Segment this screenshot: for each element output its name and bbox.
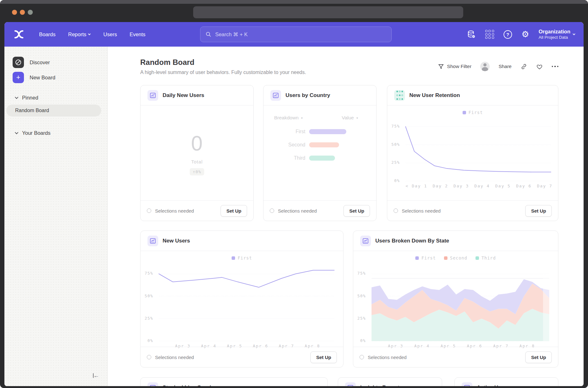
y-axis-labels: 0%25%50%75% bbox=[141, 265, 157, 341]
address-bar[interactable] bbox=[193, 6, 463, 18]
nav-item-events[interactable]: Events bbox=[130, 31, 145, 37]
share-button[interactable]: Share bbox=[499, 64, 511, 69]
more-options-icon[interactable] bbox=[552, 66, 559, 67]
window-minimize-button[interactable] bbox=[20, 10, 25, 15]
value-dropdown[interactable]: Value ▾ bbox=[342, 115, 358, 121]
window-zoom-button[interactable] bbox=[28, 10, 33, 15]
nav-item-reports[interactable]: Reports bbox=[68, 31, 91, 37]
status-label: Selections needed bbox=[368, 355, 406, 360]
y-tick-label: 0% bbox=[147, 338, 153, 343]
caret-down-icon: ▾ bbox=[356, 116, 358, 120]
card-footer: Selections needed Set Up bbox=[387, 200, 558, 221]
y-tick-label: 0% bbox=[360, 338, 366, 343]
sidebar-collapse-button[interactable]: ← bbox=[93, 373, 99, 379]
y-tick-label: 25% bbox=[357, 316, 366, 321]
status-circle-icon bbox=[394, 208, 398, 213]
card-new-user-retention: New User Retention First 0%25%50%75% < D… bbox=[387, 85, 558, 221]
settings-gear-icon[interactable]: ⚙ bbox=[522, 30, 529, 39]
legend-item: First bbox=[463, 110, 483, 115]
sidebar-item-random-board[interactable]: Random Board bbox=[6, 105, 101, 117]
legend-swatch bbox=[476, 256, 479, 260]
set-up-button[interactable]: Set Up bbox=[221, 205, 247, 217]
nav-item-users[interactable]: Users bbox=[103, 31, 117, 37]
link-icon[interactable] bbox=[521, 63, 527, 70]
heart-icon[interactable] bbox=[536, 63, 543, 70]
mixpanel-logo[interactable] bbox=[14, 30, 24, 39]
country-bar-row: Third bbox=[263, 155, 376, 161]
x-tick-label: Day 3 bbox=[453, 184, 469, 188]
filter-funnel-icon bbox=[438, 64, 444, 70]
cards-row-3: Stacked Line Graph Insights Report bbox=[140, 377, 558, 386]
set-up-button[interactable]: Set Up bbox=[525, 205, 552, 217]
header-actions: Show Filter Share bbox=[438, 62, 558, 71]
chart-icon bbox=[147, 382, 158, 386]
country-bar-row: First bbox=[263, 129, 376, 134]
card-footer: Selections needed Set Up bbox=[353, 347, 558, 367]
app-body: Discover + New Board Pinned Random Board… bbox=[4, 47, 584, 386]
legend-swatch bbox=[232, 256, 235, 260]
chevron-down-icon bbox=[15, 131, 18, 134]
bar-label: Second bbox=[263, 142, 309, 148]
retention-line-chart bbox=[406, 119, 551, 181]
set-up-button[interactable]: Set Up bbox=[525, 351, 552, 363]
card-title: Users Broken Down By State bbox=[375, 238, 449, 244]
legend-item: Third bbox=[476, 255, 496, 260]
selections-status: Selections needed bbox=[394, 208, 441, 214]
y-tick-label: 50% bbox=[391, 142, 400, 147]
avatar[interactable] bbox=[480, 62, 490, 71]
status-circle-icon bbox=[147, 355, 151, 359]
search-bar[interactable] bbox=[200, 26, 392, 42]
y-tick-label: 25% bbox=[391, 160, 400, 165]
sidebar-item-new-board[interactable]: + New Board bbox=[4, 70, 107, 85]
legend-item: First bbox=[415, 255, 436, 260]
data-management-icon[interactable] bbox=[467, 30, 476, 39]
org-switcher[interactable]: Organization All Project Data bbox=[539, 28, 575, 40]
card-new-users: New Users First 0%25%50%75% Apr 3Apr 4Ap… bbox=[140, 231, 343, 368]
sidebar-item-discover[interactable]: Discover bbox=[4, 55, 107, 70]
chart-legend: First bbox=[141, 251, 343, 265]
sidebar-label: Discover bbox=[30, 60, 50, 66]
value-label: Value bbox=[342, 115, 354, 121]
sidebar-section-your-boards[interactable]: Your Boards bbox=[4, 128, 107, 138]
show-filter-button[interactable]: Show Filter bbox=[438, 64, 472, 70]
state-stacked-area-chart bbox=[372, 265, 549, 341]
chart-icon bbox=[360, 236, 371, 246]
breakdown-dropdown[interactable]: Breakdown ▾ bbox=[274, 115, 303, 121]
apps-grid-icon[interactable] bbox=[485, 30, 494, 39]
selections-status: Selections needed bbox=[147, 208, 194, 214]
org-project: All Project Data bbox=[539, 35, 570, 40]
metric-value: 0 bbox=[191, 131, 203, 155]
y-tick-label: 50% bbox=[357, 294, 366, 298]
caret-down-icon: ▾ bbox=[301, 116, 303, 120]
nav-item-boards[interactable]: Boards bbox=[39, 31, 55, 37]
chart-legend: FirstSecondThird bbox=[353, 251, 558, 265]
window-close-button[interactable] bbox=[12, 10, 17, 15]
help-icon[interactable]: ? bbox=[504, 30, 512, 39]
card-daily-new-users: Daily New Users 0 Total ↑0% Selections n… bbox=[140, 85, 254, 221]
bar-label: Third bbox=[263, 155, 309, 161]
y-tick-label: 75% bbox=[391, 124, 400, 128]
set-up-button[interactable]: Set Up bbox=[310, 351, 337, 363]
cards-row-1: Daily New Users 0 Total ↑0% Selections n… bbox=[140, 85, 558, 221]
legend-item: First bbox=[232, 255, 252, 260]
y-tick-label: 25% bbox=[145, 316, 153, 321]
bar-second bbox=[309, 142, 339, 147]
chart-icon bbox=[147, 90, 158, 101]
card-users-by-country: Users by Country Breakdown ▾ Value ▾ bbox=[263, 85, 377, 221]
x-tick-label: Day 5 bbox=[495, 184, 511, 188]
chevron-down-icon bbox=[573, 32, 575, 35]
status-circle-icon bbox=[147, 208, 151, 213]
search-input[interactable] bbox=[215, 31, 386, 37]
selections-status: Selections needed bbox=[270, 208, 317, 214]
card-users-by-state: Users Broken Down By State FirstSecondTh… bbox=[353, 231, 558, 368]
selections-status: Selections needed bbox=[360, 355, 406, 360]
chart-icon bbox=[270, 90, 281, 101]
nav-item-label: Boards bbox=[39, 31, 55, 37]
y-tick-label: 50% bbox=[145, 294, 153, 298]
status-label: Selections needed bbox=[155, 355, 194, 360]
window-frame: BoardsReportsUsersEvents bbox=[0, 0, 588, 388]
card-stacked-line-graph: Stacked Line Graph bbox=[140, 377, 328, 386]
sidebar-section-pinned[interactable]: Pinned bbox=[4, 93, 107, 103]
x-tick-label: Day 6 bbox=[516, 184, 532, 188]
set-up-button[interactable]: Set Up bbox=[343, 205, 370, 217]
